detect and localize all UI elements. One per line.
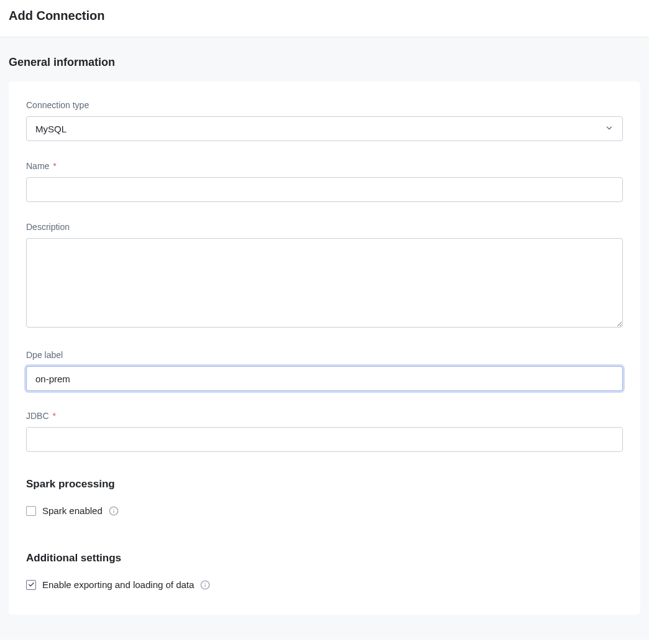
required-mark: * — [52, 411, 55, 421]
info-icon[interactable] — [109, 506, 119, 516]
jdbc-input[interactable] — [26, 427, 623, 452]
spark-heading: Spark processing — [26, 478, 623, 490]
jdbc-label-text: JDBC — [26, 411, 49, 421]
general-info-heading: General information — [9, 37, 640, 81]
enable-export-checkbox[interactable] — [26, 580, 36, 590]
dpe-label-group: Dpe label — [26, 350, 623, 391]
description-label: Description — [26, 222, 623, 232]
additional-heading: Additional settings — [26, 552, 623, 564]
description-group: Description — [26, 222, 623, 330]
description-textarea[interactable] — [26, 238, 623, 328]
info-icon[interactable] — [200, 580, 210, 590]
name-input[interactable] — [26, 177, 623, 202]
jdbc-group: JDBC * — [26, 411, 623, 452]
spark-enabled-checkbox[interactable] — [26, 506, 36, 516]
jdbc-label: JDBC * — [26, 411, 623, 421]
general-info-card: Connection type MySQL Name * Description — [9, 81, 640, 615]
chevron-down-icon — [605, 124, 614, 134]
required-mark: * — [53, 161, 56, 171]
dpe-label-input[interactable] — [26, 366, 623, 391]
name-label: Name * — [26, 161, 623, 171]
name-group: Name * — [26, 161, 623, 202]
name-label-text: Name — [26, 161, 49, 171]
page-title: Add Connection — [9, 9, 640, 23]
connection-type-value: MySQL — [35, 124, 67, 134]
dpe-label-label: Dpe label — [26, 350, 623, 360]
enable-export-label: Enable exporting and loading of data — [42, 579, 194, 590]
connection-type-label: Connection type — [26, 100, 623, 110]
additional-section: Additional settings Enable exporting and… — [26, 552, 623, 590]
connection-type-select[interactable]: MySQL — [26, 116, 623, 141]
spark-enabled-label: Spark enabled — [42, 505, 103, 516]
connection-type-group: Connection type MySQL — [26, 100, 623, 141]
spark-section: Spark processing Spark enabled — [26, 478, 623, 516]
